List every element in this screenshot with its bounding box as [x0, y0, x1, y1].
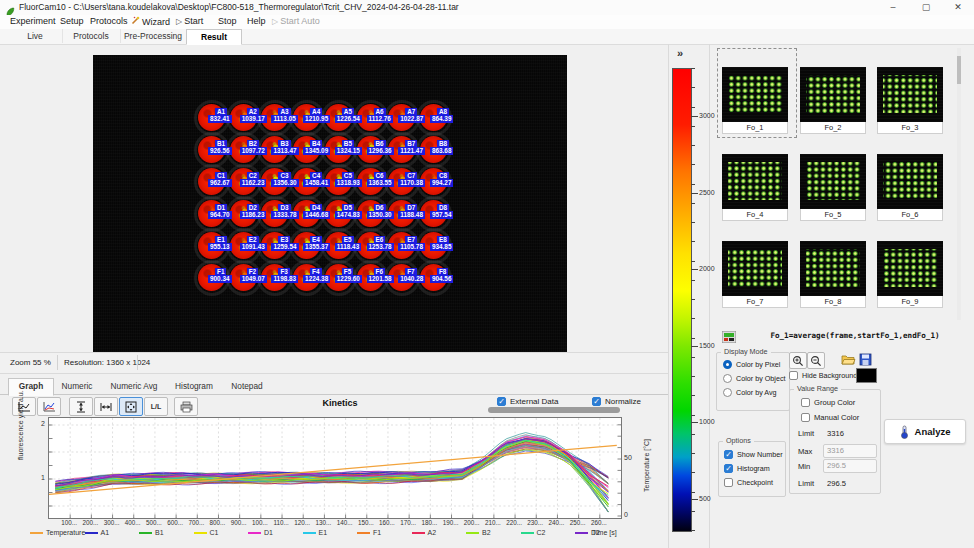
checkbox-histogram[interactable]: ✓ — [724, 464, 733, 473]
thumbnail-fo-2[interactable]: Fo_2 — [800, 67, 866, 134]
well-E1[interactable]: E1955.13 — [197, 231, 227, 261]
well-A2[interactable]: A21039.17 — [229, 103, 259, 133]
close-button[interactable]: ✕ — [947, 0, 969, 15]
normalize-option[interactable]: ✓Normalize — [592, 397, 641, 406]
print-button[interactable] — [174, 397, 198, 416]
radio-color-by-avg[interactable] — [723, 388, 732, 397]
well-F1[interactable]: F1900.34 — [197, 263, 227, 293]
menu-item-experiment[interactable]: Experiment — [10, 16, 56, 26]
thumbnail-fo-9[interactable]: Fo_9 — [877, 241, 943, 308]
legend-label: E1 — [319, 529, 328, 536]
hide-background-checkbox[interactable]: ✓ — [789, 371, 798, 380]
thumbnail-fo-3[interactable]: Fo_3 — [877, 67, 943, 134]
external-data-option[interactable]: ✓External Data — [497, 397, 558, 406]
graph-tab-graph[interactable]: Graph — [8, 378, 54, 396]
colorbar-major-tick — [691, 116, 698, 117]
thumbnail-label: Fo_8 — [800, 296, 866, 308]
well-id: C8 — [437, 172, 449, 179]
tab-result[interactable]: Result — [186, 29, 242, 45]
zoom-in-button[interactable] — [789, 352, 807, 369]
display-mode-color-by-pixel[interactable]: Color by Pixel — [723, 360, 780, 369]
thumbnail-fo-7[interactable]: Fo_7 — [722, 241, 788, 308]
fit-all-button[interactable] — [119, 397, 143, 416]
well-value: 900.34 — [208, 275, 232, 282]
well-id: B4 — [310, 140, 322, 147]
splitter-left[interactable] — [668, 44, 669, 548]
menu-item-wizard[interactable]: Wizard — [131, 16, 170, 27]
well-A1[interactable]: A1832.41 — [197, 103, 227, 133]
checkbox-show-number[interactable]: ✓ — [724, 450, 733, 459]
limit-top-label: Limit — [798, 429, 814, 438]
colorbar-tick-label: 1000 — [699, 418, 715, 425]
group-color-option[interactable]: ✓ Group Color — [801, 398, 855, 407]
min-input[interactable]: 296.5 — [823, 459, 877, 473]
checkbox-checkpoint[interactable]: ✓ — [724, 478, 733, 487]
colorbar-minor-tick — [691, 184, 695, 185]
display-mode-color-by-object[interactable]: Color by Object — [723, 374, 786, 383]
menu-item-setup[interactable]: Setup — [60, 16, 84, 26]
minimize-button[interactable]: – — [882, 0, 904, 15]
graph-tab-numeric[interactable]: Numeric — [52, 379, 102, 394]
well-B2[interactable]: B21097.72 — [229, 135, 259, 165]
fit-horizontal-button[interactable] — [94, 397, 118, 416]
thumbnail-fo-1[interactable]: Fo_1 — [722, 67, 788, 134]
background-color-swatch[interactable] — [856, 368, 877, 383]
colorbar-minor-tick — [691, 280, 695, 281]
open-file-icon[interactable] — [841, 352, 856, 370]
splitter-right[interactable] — [709, 44, 710, 548]
well-B1[interactable]: B1926.56 — [197, 135, 227, 165]
menu-item-start-auto[interactable]: ▷Start Auto — [272, 16, 320, 26]
checkbox-external-data[interactable]: ✓ — [497, 397, 506, 406]
menu-item-protocols[interactable]: Protocols — [90, 16, 128, 26]
thumbnail-scrollbar[interactable] — [957, 48, 961, 320]
option-show-number[interactable]: ✓Show Number — [724, 450, 783, 459]
colorbar-minor-tick — [691, 318, 695, 319]
fit-vertical-button[interactable] — [69, 397, 93, 416]
menu-item-help[interactable]: Help — [247, 16, 266, 26]
thumbnail-fo-8[interactable]: Fo_8 — [800, 241, 866, 308]
manual-color-option[interactable]: ✓ Manual Color — [801, 413, 859, 422]
checkbox-normalize[interactable]: ✓ — [592, 397, 601, 406]
maximize-button[interactable]: ▢ — [915, 0, 937, 15]
radio-color-by-pixel[interactable] — [723, 360, 732, 369]
tab-pre-processing[interactable]: Pre-Processing — [120, 29, 187, 43]
tab-protocols[interactable]: Protocols — [62, 29, 121, 43]
well-D1[interactable]: D1964.70 — [197, 199, 227, 229]
manual-color-checkbox[interactable]: ✓ — [801, 413, 810, 422]
colorbar-expand-button[interactable]: » — [671, 47, 689, 60]
well-E2[interactable]: E21091.43 — [229, 231, 259, 261]
menu-item-start[interactable]: ▷Start — [176, 16, 203, 26]
tab-live[interactable]: Live — [8, 29, 63, 43]
menu-item-stop[interactable]: Stop — [218, 16, 237, 26]
group-color-checkbox[interactable]: ✓ — [801, 398, 810, 407]
kinetics-plot[interactable] — [48, 417, 622, 519]
hide-background-option[interactable]: ✓ Hide Background — [789, 371, 857, 380]
chart-range-scrollbar[interactable] — [488, 407, 620, 413]
thumbnail-image — [877, 241, 943, 296]
max-input[interactable]: 3316 — [823, 444, 877, 458]
colorbar-tick-label: 2000 — [699, 265, 715, 272]
zoom-out-button[interactable] — [807, 352, 825, 369]
radio-color-by-object[interactable] — [723, 374, 732, 383]
graph-tab-histogram[interactable]: Histogram — [166, 379, 222, 394]
well-id: E3 — [278, 236, 290, 243]
fluorescence-image[interactable]: A1832.41A21039.17A31113.05A41210.95A5122… — [93, 55, 567, 352]
legend-swatch — [575, 532, 588, 534]
display-mode-color-by-avg[interactable]: Color by Avg — [723, 388, 777, 397]
linlog-button[interactable]: L/L — [144, 397, 168, 416]
well-F2[interactable]: F21049.07 — [229, 263, 259, 293]
option-checkpoint[interactable]: ✓Checkpoint — [724, 478, 773, 487]
analyze-button[interactable]: Analyze — [884, 419, 966, 444]
well-C1[interactable]: C1962.67 — [197, 167, 227, 197]
well-C2[interactable]: C21162.23 — [229, 167, 259, 197]
chart-color-button[interactable] — [37, 397, 61, 416]
thumbnail-fo-5[interactable]: Fo_5 — [800, 154, 866, 221]
chart-axes-button[interactable] — [12, 397, 36, 416]
thumbnail-fo-4[interactable]: Fo_4 — [722, 154, 788, 221]
option-histogram[interactable]: ✓Histogram — [724, 464, 770, 473]
well-id: D1 — [215, 204, 227, 211]
thumbnail-fo-6[interactable]: Fo_6 — [877, 154, 943, 221]
well-D2[interactable]: D21186.23 — [229, 199, 259, 229]
graph-tab-notepad[interactable]: Notepad — [222, 379, 272, 394]
graph-tab-numeric-avg[interactable]: Numeric Avg — [102, 379, 166, 394]
